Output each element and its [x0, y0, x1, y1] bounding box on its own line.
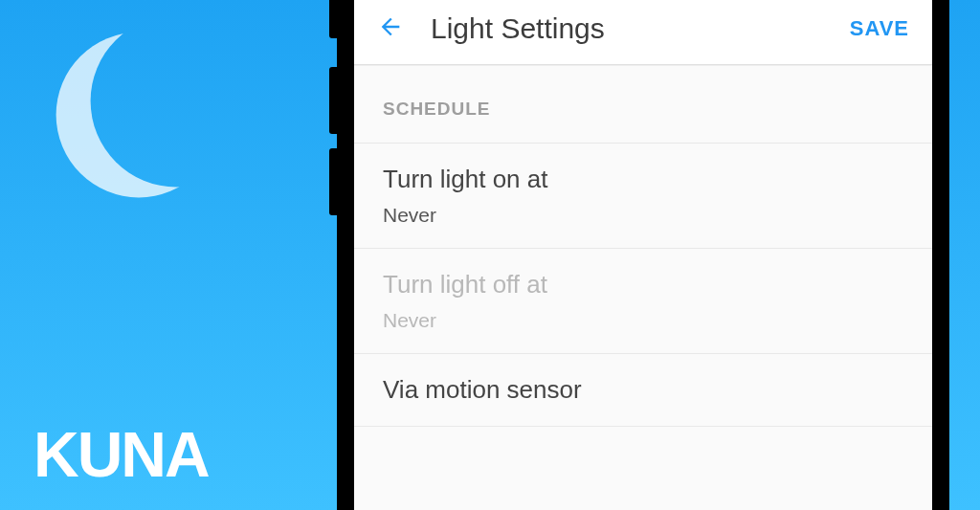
row-label: Turn light on at	[383, 165, 903, 194]
row-label: Via motion sensor	[383, 375, 903, 405]
nav-bar: Light Settings SAVE	[354, 0, 932, 65]
row-via-motion-sensor[interactable]: Via motion sensor	[354, 354, 932, 427]
row-label: Turn light off at	[383, 270, 903, 299]
phone-side-button	[329, 148, 337, 215]
back-arrow-icon[interactable]	[377, 13, 404, 45]
phone-side-button	[329, 67, 337, 134]
row-turn-light-off[interactable]: Turn light off at Never	[354, 249, 932, 354]
save-button[interactable]: SAVE	[850, 16, 909, 41]
phone-side-button	[329, 0, 337, 38]
moon-icon	[53, 29, 225, 201]
brand-logo: KUNA	[33, 418, 209, 491]
phone-frame: ●●●●● 12:00 AM 100% Light Settings SAVE …	[337, 0, 949, 510]
content-area: SCHEDULE Turn light on at Never Turn lig…	[354, 65, 932, 510]
row-value: Never	[383, 204, 903, 227]
phone-screen: ●●●●● 12:00 AM 100% Light Settings SAVE …	[354, 0, 932, 510]
section-header-schedule: SCHEDULE	[354, 66, 932, 143]
row-turn-light-on[interactable]: Turn light on at Never	[354, 143, 932, 249]
row-value: Never	[383, 309, 903, 332]
page-title: Light Settings	[431, 12, 850, 45]
svg-point-2	[56, 33, 222, 198]
